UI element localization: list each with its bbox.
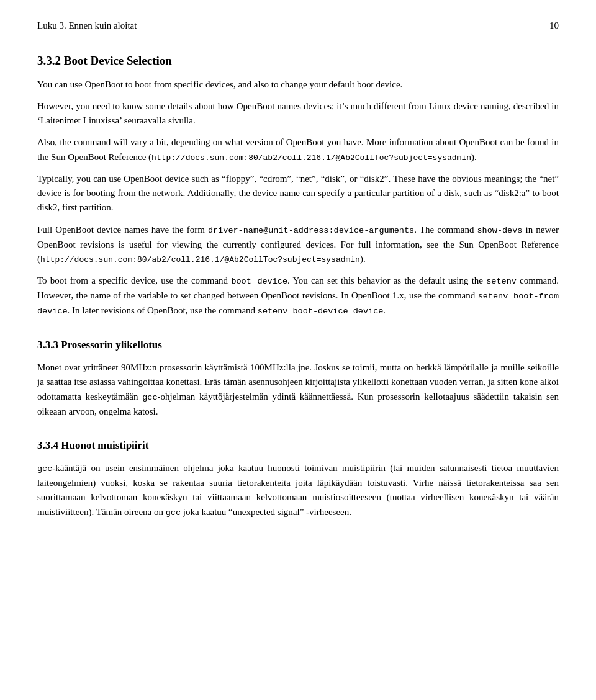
section-332-url1: http://docs.sun.com:80/ab2/coll.216.1/@A… (151, 153, 471, 163)
section-332: 3.3.2 Boot Device Selection You can use … (37, 52, 559, 318)
section-332-para7: Full OpenBoot device names have the form… (37, 223, 559, 266)
gcc-code-3: gcc (166, 508, 181, 518)
boot-device-code: boot device (231, 277, 287, 286)
section-332-para4-post: ). (471, 152, 477, 162)
chapter-header-left: Luku 3. Ennen kuin aloitat (37, 19, 137, 33)
section-332-para5: Typically, you can use OpenBoot device s… (37, 172, 559, 215)
section-332-para2: However, you need to know some details a… (37, 99, 559, 128)
section-334-heading: 3.3.4 Huonot muistipiirit (37, 437, 559, 454)
section-332-para9: To boot from a specific device, use the … (37, 274, 559, 318)
section-333-heading: 3.3.3 Prosessorin ylikellotus (37, 337, 559, 353)
device-args-code: driver-name@unit-address:device-argument… (208, 226, 414, 235)
gcc-code-1: gcc (142, 393, 157, 402)
section-333-para1: Monet ovat yrittäneet 90MHz:n prosessori… (37, 361, 559, 419)
section-334: 3.3.4 Huonot muistipiirit gcc-kääntäjä o… (37, 437, 559, 520)
section-333: 3.3.3 Prosessorin ylikellotus Monet ovat… (37, 337, 559, 419)
setenv-boot-device-code: setenv boot-device device (258, 307, 384, 316)
page-number: 10 (549, 19, 559, 33)
gcc-code-2: gcc (37, 464, 52, 473)
setenv-code: setenv (486, 277, 517, 286)
section-334-para1: gcc-kääntäjä on usein ensimmäinen ohjelm… (37, 461, 559, 519)
show-devs-code: show-devs (477, 226, 523, 235)
section-332-url2: http://docs.sun.com:80/ab2/coll.216.1/@A… (40, 255, 360, 264)
section-332-para3: Also, the command will vary a bit, depen… (37, 135, 559, 164)
section-332-heading: 3.3.2 Boot Device Selection (37, 52, 559, 70)
section-332-para1: You can use OpenBoot to boot from specif… (37, 78, 559, 92)
